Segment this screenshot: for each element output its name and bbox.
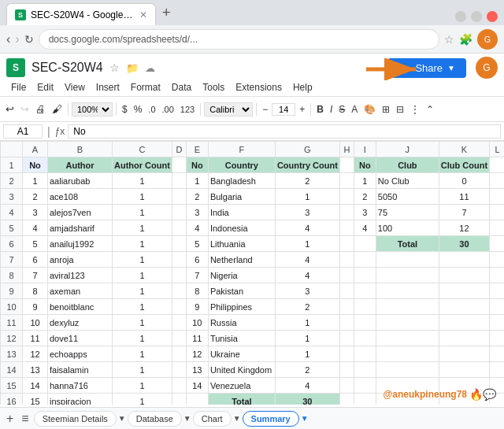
back-button[interactable]: ‹ xyxy=(6,32,10,46)
cell-7-B[interactable]: anroja xyxy=(48,252,113,268)
cell-10-I[interactable] xyxy=(354,299,376,315)
cell-16-E[interactable] xyxy=(186,394,208,405)
cell-15-C[interactable]: 1 xyxy=(113,378,172,394)
tab-summary[interactable]: Summary xyxy=(243,411,299,427)
cell-9-E[interactable]: 8 xyxy=(186,283,208,299)
cell-5-L[interactable] xyxy=(490,220,504,236)
cell-12-I[interactable] xyxy=(354,331,376,346)
menu-data[interactable]: Data xyxy=(167,80,196,94)
cell-1-B[interactable]: Author xyxy=(48,157,113,173)
cell-10-J[interactable] xyxy=(376,299,439,315)
close-button[interactable] xyxy=(487,11,498,22)
cell-11-D[interactable] xyxy=(172,315,186,331)
menu-insert[interactable]: Insert xyxy=(91,80,124,94)
cell-16-C[interactable]: 1 xyxy=(113,394,172,405)
cell-5-I[interactable]: 4 xyxy=(354,220,376,236)
cell-5-F[interactable]: Indonesia xyxy=(208,220,275,236)
cell-12-H[interactable] xyxy=(339,331,354,346)
table-row[interactable]: 65anailuj199215Lithuania1Total30 xyxy=(1,236,505,252)
cell-5-A[interactable]: 4 xyxy=(23,220,48,236)
col-header-L[interactable]: L xyxy=(490,142,504,157)
cell-2-L[interactable] xyxy=(490,173,504,189)
table-row[interactable]: 43alejos7ven13India33757 xyxy=(1,205,505,220)
cell-3-G[interactable]: 1 xyxy=(275,189,339,205)
cell-9-L[interactable] xyxy=(490,283,504,299)
cell-11-K[interactable] xyxy=(439,315,489,331)
table-row[interactable]: 21aaliarubab11Bangladesh21No Club0 xyxy=(1,173,505,189)
cell-2-A[interactable]: 1 xyxy=(23,173,48,189)
cell-13-B[interactable]: echoapps xyxy=(48,346,113,362)
cell-1-J[interactable]: Club xyxy=(376,157,439,173)
cell-11-A[interactable]: 10 xyxy=(23,315,48,331)
cell-9-A[interactable]: 8 xyxy=(23,283,48,299)
col-header-H[interactable]: H xyxy=(339,142,354,157)
cell-9-I[interactable] xyxy=(354,283,376,299)
cell-7-I[interactable] xyxy=(354,252,376,268)
cell-9-G[interactable]: 3 xyxy=(275,283,339,299)
cell-14-H[interactable] xyxy=(339,362,354,378)
cell-13-L[interactable] xyxy=(490,346,504,362)
cell-8-A[interactable]: 7 xyxy=(23,268,48,283)
menu-file[interactable]: File xyxy=(6,80,31,94)
menu-format[interactable]: Format xyxy=(126,80,165,94)
sheet-menu-button[interactable]: ≡ xyxy=(18,412,32,426)
cell-6-I[interactable] xyxy=(354,236,376,252)
tab-dropdown-2[interactable]: ▼ xyxy=(183,414,191,423)
cell-14-I[interactable] xyxy=(354,362,376,378)
cell-8-G[interactable]: 4 xyxy=(275,268,339,283)
more-toolbar-button[interactable]: ⋮ xyxy=(408,102,422,116)
table-row[interactable]: 1110dexyluz110Russia1 xyxy=(1,315,505,331)
cell-13-D[interactable] xyxy=(172,346,186,362)
cell-9-J[interactable] xyxy=(376,283,439,299)
cell-6-H[interactable] xyxy=(339,236,354,252)
paintformat-button[interactable]: 🖌 xyxy=(50,102,65,116)
cell-8-C[interactable]: 1 xyxy=(113,268,172,283)
print-button[interactable]: 🖨 xyxy=(33,102,48,116)
cell-14-F[interactable]: United Kingdom xyxy=(208,362,275,378)
cell-4-K[interactable]: 7 xyxy=(439,205,489,220)
cell-6-D[interactable] xyxy=(172,236,186,252)
cell-2-D[interactable] xyxy=(172,173,186,189)
cell-1-E[interactable]: No xyxy=(186,157,208,173)
cell-3-B[interactable]: ace108 xyxy=(48,189,113,205)
cell-9-K[interactable] xyxy=(439,283,489,299)
cell-7-C[interactable]: 1 xyxy=(113,252,172,268)
inc-decimal-button[interactable]: .00 xyxy=(160,103,176,116)
cell-4-L[interactable] xyxy=(490,205,504,220)
cell-8-J[interactable] xyxy=(376,268,439,283)
cell-1-G[interactable]: Country Count xyxy=(275,157,339,173)
cell-5-H[interactable] xyxy=(339,220,354,236)
cell-3-D[interactable] xyxy=(172,189,186,205)
cell-1-K[interactable]: Club Count xyxy=(439,157,489,173)
cell-6-A[interactable]: 5 xyxy=(23,236,48,252)
cell-2-C[interactable]: 1 xyxy=(113,173,172,189)
extension-icon[interactable]: 🧩 xyxy=(459,33,472,46)
cell-5-D[interactable] xyxy=(172,220,186,236)
col-header-C[interactable]: C xyxy=(113,142,172,157)
cell-15-I[interactable] xyxy=(354,378,376,394)
cell-8-I[interactable] xyxy=(354,268,376,283)
table-row[interactable]: 1312echoapps112Ukraine1 xyxy=(1,346,505,362)
cell-16-A[interactable]: 15 xyxy=(23,394,48,405)
menu-tools[interactable]: Tools xyxy=(198,80,229,94)
fill-color-button[interactable]: 🎨 xyxy=(361,102,378,116)
undo-button[interactable]: ↩ xyxy=(3,102,17,116)
cell-11-F[interactable]: Russia xyxy=(208,315,275,331)
cell-3-J[interactable]: 5050 xyxy=(376,189,439,205)
cell-10-L[interactable] xyxy=(490,299,504,315)
cell-6-B[interactable]: anailuj1992 xyxy=(48,236,113,252)
cell-10-E[interactable]: 9 xyxy=(186,299,208,315)
col-header-D[interactable]: D xyxy=(172,142,186,157)
cell-12-G[interactable]: 1 xyxy=(275,331,339,346)
cell-12-B[interactable]: dove11 xyxy=(48,331,113,346)
cell-7-H[interactable] xyxy=(339,252,354,268)
formula-input[interactable] xyxy=(68,124,501,139)
cell-15-G[interactable]: 4 xyxy=(275,378,339,394)
borders-button[interactable]: ⊞ xyxy=(380,102,392,116)
expand-toolbar-button[interactable]: ⌃ xyxy=(424,102,436,116)
account-avatar[interactable]: G xyxy=(476,57,498,79)
cell-reference-input[interactable] xyxy=(3,124,43,139)
cell-8-H[interactable] xyxy=(339,268,354,283)
user-avatar[interactable]: G xyxy=(477,29,498,50)
cell-8-L[interactable] xyxy=(490,268,504,283)
